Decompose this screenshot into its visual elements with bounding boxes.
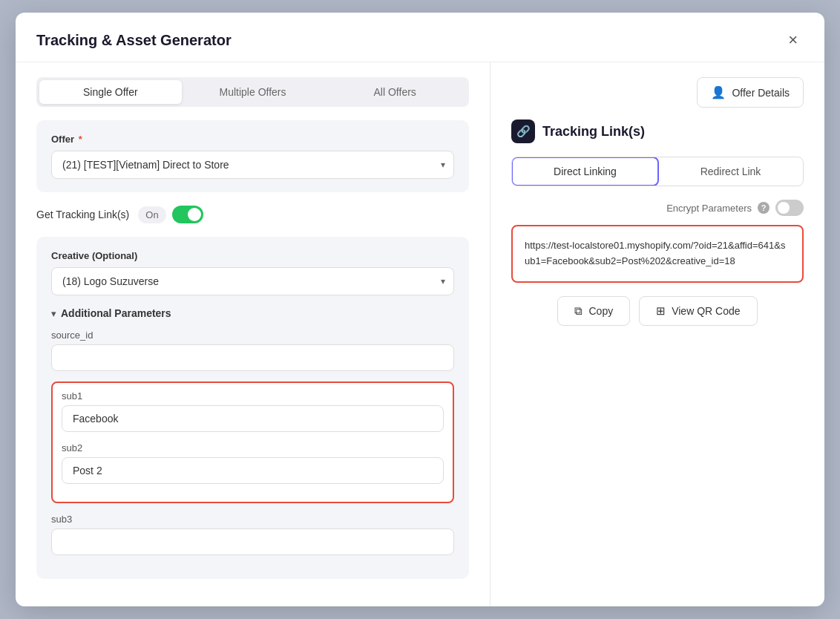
- modal-overlay: Tracking & Asset Generator × Single Offe…: [0, 0, 840, 619]
- tracking-toggle[interactable]: [172, 206, 203, 223]
- toggle-on-label: On: [138, 206, 165, 223]
- sub2-input[interactable]: [62, 457, 444, 484]
- action-buttons: ⧉ Copy ⊞ View QR Code: [511, 296, 804, 326]
- creative-label: Creative (Optional): [51, 250, 454, 261]
- tracking-toggle-row: Get Tracking Link(s) On: [36, 206, 469, 223]
- tab-all-offers[interactable]: All Offers: [324, 80, 466, 104]
- creative-card: Creative (Optional) (18) Logo Suzuverse …: [36, 237, 469, 579]
- tab-redirect-link[interactable]: Redirect Link: [658, 157, 803, 186]
- offer-label: Offer *: [51, 134, 454, 145]
- offer-card: Offer * (21) [TEST][Vietnam] Direct to S…: [36, 120, 469, 192]
- offer-tabs: Single Offer Multiple Offers All Offers: [36, 77, 469, 107]
- close-button[interactable]: ×: [782, 29, 804, 51]
- section-title: Tracking Link(s): [542, 124, 645, 140]
- sub1-group: sub1: [62, 390, 444, 432]
- copy-button[interactable]: ⧉ Copy: [557, 296, 630, 326]
- additional-params-toggle[interactable]: ▾ Additional Parameters: [51, 307, 454, 319]
- offer-select-wrapper: (21) [TEST][Vietnam] Direct to Store ▾: [51, 151, 454, 179]
- sub1-sub2-highlighted-group: sub1 sub2: [51, 381, 454, 503]
- source-id-input[interactable]: [51, 344, 454, 371]
- link-icon: 🔗: [516, 125, 531, 138]
- encrypt-row: Encrypt Parameters ?: [511, 200, 804, 216]
- additional-params-title: Additional Parameters: [61, 307, 171, 319]
- chevron-down-icon: ▾: [51, 308, 56, 319]
- link-type-tabs: Direct Linking Redirect Link: [511, 157, 804, 186]
- offer-details-button[interactable]: 👤 Offer Details: [697, 77, 804, 108]
- user-icon: 👤: [711, 85, 726, 99]
- sub2-group: sub2: [62, 442, 444, 484]
- tracking-url-box: https://test-localstore01.myshopify.com/…: [511, 225, 804, 283]
- modal-header: Tracking & Asset Generator ×: [16, 13, 824, 62]
- creative-select-wrapper: (18) Logo Suzuverse ▾: [51, 267, 454, 295]
- modal: Tracking & Asset Generator × Single Offe…: [16, 13, 824, 606]
- sub3-label: sub3: [51, 514, 454, 525]
- source-id-label: source_id: [51, 330, 454, 341]
- tracking-link-label: Get Tracking Link(s): [36, 209, 129, 220]
- tracking-links-section: 🔗 Tracking Link(s) Direct Linking Redire…: [511, 119, 804, 326]
- sub1-label: sub1: [62, 390, 444, 402]
- encrypt-toggle[interactable]: [775, 200, 804, 216]
- sub3-input[interactable]: [51, 528, 454, 555]
- sub1-input[interactable]: [62, 405, 444, 432]
- info-icon[interactable]: ?: [758, 202, 770, 214]
- encrypt-label: Encrypt Parameters: [666, 203, 752, 214]
- source-id-group: source_id: [51, 330, 454, 371]
- link-icon-circle: 🔗: [511, 119, 535, 143]
- sub3-group: sub3: [51, 514, 454, 555]
- view-qr-code-button[interactable]: ⊞ View QR Code: [639, 296, 757, 326]
- modal-body: Single Offer Multiple Offers All Offers …: [16, 62, 824, 606]
- tab-multiple-offers[interactable]: Multiple Offers: [182, 80, 324, 104]
- right-panel: 👤 Offer Details 🔗 Tracking Link(s) Direc…: [490, 62, 824, 606]
- qr-icon: ⊞: [656, 304, 666, 318]
- left-panel: Single Offer Multiple Offers All Offers …: [16, 62, 490, 606]
- tab-single-offer[interactable]: Single Offer: [39, 80, 182, 104]
- modal-title: Tracking & Asset Generator: [36, 32, 232, 49]
- creative-select[interactable]: (18) Logo Suzuverse: [51, 267, 454, 295]
- sub2-label: sub2: [62, 442, 444, 453]
- toggle-switch: On: [138, 206, 203, 223]
- tab-direct-linking[interactable]: Direct Linking: [511, 157, 659, 186]
- copy-icon: ⧉: [574, 304, 583, 318]
- offer-select[interactable]: (21) [TEST][Vietnam] Direct to Store: [51, 151, 454, 179]
- section-title-row: 🔗 Tracking Link(s): [511, 119, 804, 143]
